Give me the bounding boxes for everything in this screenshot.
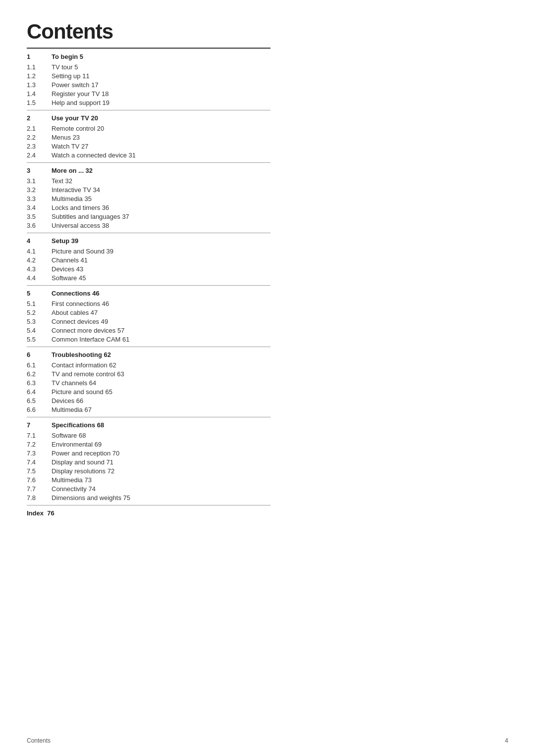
section-3: 3More on ... 323.1Text 323.2Interactive … [27,163,270,233]
item-num-4.3: 4.3 [27,265,52,273]
toc-item-1.3: 1.3Power switch 17 [27,80,270,89]
item-label-6.1: Contact information 62 [52,361,116,369]
item-label-5.3: Connect devices 49 [52,318,108,325]
section-items-7: 7.1Software 687.2Environmental 697.3Powe… [27,431,270,505]
item-num-2.1: 2.1 [27,125,52,132]
item-label-7.4: Display and sound 71 [52,458,113,466]
item-num-3.5: 3.5 [27,213,52,220]
item-label-5.5: Common Interface CAM 61 [52,336,130,343]
section-title-3: More on ... 32 [52,167,93,174]
toc-item-1.2: 1.2Setting up 11 [27,71,270,80]
item-num-5.5: 5.5 [27,336,52,343]
section-items-1: 1.1TV tour 51.2Setting up 111.3Power swi… [27,62,270,110]
toc-item-4.4: 4.4Software 45 [27,273,270,282]
toc-item-4.2: 4.2Channels 41 [27,255,270,264]
item-label-1.2: Setting up 11 [52,72,90,80]
toc-item-7.5: 7.5Display resolutions 72 [27,466,270,475]
item-num-1.5: 1.5 [27,99,52,106]
item-label-7.1: Software 68 [52,432,86,439]
item-num-5.1: 5.1 [27,300,52,307]
section-items-5: 5.1First connections 465.2About cables 4… [27,299,270,347]
section-items-3: 3.1Text 323.2Interactive TV 343.3Multime… [27,176,270,233]
toc-item-6.3: 6.3TV channels 64 [27,378,270,387]
section-num-4: 4 [27,237,52,245]
item-num-1.3: 1.3 [27,81,52,89]
section-header-5: 5Connections 46 [27,286,270,299]
section-title-6: Troubleshooting 62 [52,351,111,358]
item-num-7.3: 7.3 [27,450,52,457]
toc-item-7.3: 7.3Power and reception 70 [27,449,270,457]
toc-item-5.5: 5.5Common Interface CAM 61 [27,335,270,344]
section-header-6: 6Troubleshooting 62 [27,347,270,360]
section-num-5: 5 [27,290,52,297]
toc-item-7.8: 7.8Dimensions and weights 75 [27,493,270,502]
item-num-7.6: 7.6 [27,476,52,484]
toc-item-7.1: 7.1Software 68 [27,431,270,440]
toc-sections: 1To begin 51.1TV tour 51.2Setting up 111… [27,49,270,505]
toc-item-3.4: 3.4Locks and timers 36 [27,203,270,212]
item-label-4.1: Picture and Sound 39 [52,248,113,255]
toc-item-3.1: 3.1Text 32 [27,176,270,185]
section-header-7: 7Specifications 68 [27,417,270,431]
item-num-1.4: 1.4 [27,90,52,98]
section-title-1: To begin 5 [52,53,83,60]
toc-item-2.3: 2.3Watch TV 27 [27,142,270,151]
item-num-5.4: 5.4 [27,327,52,334]
item-num-6.1: 6.1 [27,361,52,369]
toc-item-5.2: 5.2About cables 47 [27,308,270,317]
section-items-2: 2.1Remote control 202.2Menus 232.3Watch … [27,124,270,162]
section-header-3: 3More on ... 32 [27,163,270,176]
toc-item-7.4: 7.4Display and sound 71 [27,457,270,466]
item-num-3.1: 3.1 [27,177,52,185]
toc-item-7.7: 7.7Connectivity 74 [27,484,270,493]
item-num-6.2: 6.2 [27,370,52,378]
toc-item-6.5: 6.5Devices 66 [27,396,270,405]
item-num-2.2: 2.2 [27,134,52,141]
section-title-4: Setup 39 [52,237,78,245]
item-num-5.3: 5.3 [27,318,52,325]
item-num-6.4: 6.4 [27,388,52,396]
section-items-4: 4.1Picture and Sound 394.2Channels 414.3… [27,247,270,285]
item-label-4.2: Channels 41 [52,256,88,264]
item-label-7.6: Multimedia 73 [52,476,92,484]
item-num-4.4: 4.4 [27,274,52,282]
section-4: 4Setup 394.1Picture and Sound 394.2Chann… [27,233,270,285]
toc-item-1.1: 1.1TV tour 5 [27,62,270,71]
toc-item-3.2: 3.2Interactive TV 34 [27,185,270,194]
item-num-1.1: 1.1 [27,63,52,71]
item-label-2.4: Watch a connected device 31 [52,151,136,159]
toc-item-1.4: 1.4Register your TV 18 [27,89,270,98]
item-label-7.7: Connectivity 74 [52,485,96,493]
item-label-1.3: Power switch 17 [52,81,99,89]
item-num-4.1: 4.1 [27,248,52,255]
toc-item-7.2: 7.2Environmental 69 [27,440,270,449]
item-num-6.6: 6.6 [27,406,52,413]
toc-item-2.2: 2.2Menus 23 [27,133,270,142]
item-num-7.5: 7.5 [27,467,52,475]
item-label-1.1: TV tour 5 [52,63,78,71]
item-num-7.4: 7.4 [27,458,52,466]
toc-item-3.3: 3.3Multimedia 35 [27,194,270,203]
toc-item-6.1: 6.1Contact information 62 [27,360,270,369]
section-7: 7Specifications 687.1Software 687.2Envir… [27,417,270,505]
item-label-5.1: First connections 46 [52,300,109,307]
toc-item-4.1: 4.1Picture and Sound 39 [27,247,270,255]
item-label-7.5: Display resolutions 72 [52,467,114,475]
toc-item-6.4: 6.4Picture and sound 65 [27,387,270,396]
section-header-1: 1To begin 5 [27,49,270,62]
page-footer: Contents 4 [27,737,508,744]
item-label-1.4: Register your TV 18 [52,90,108,98]
footer-left: Contents [27,737,51,744]
toc-item-6.2: 6.2TV and remote control 63 [27,369,270,378]
section-title-2: Use your TV 20 [52,114,98,122]
index-label: Index 76 [27,509,54,517]
item-num-7.7: 7.7 [27,485,52,493]
item-label-2.2: Menus 23 [52,134,80,141]
item-label-7.3: Power and reception 70 [52,450,119,457]
item-label-6.2: TV and remote control 63 [52,370,124,378]
item-label-3.4: Locks and timers 36 [52,204,109,211]
item-label-3.1: Text 32 [52,177,72,185]
section-1: 1To begin 51.1TV tour 51.2Setting up 111… [27,49,270,110]
toc-item-6.6: 6.6Multimedia 67 [27,405,270,414]
item-label-3.6: Universal access 38 [52,222,109,229]
